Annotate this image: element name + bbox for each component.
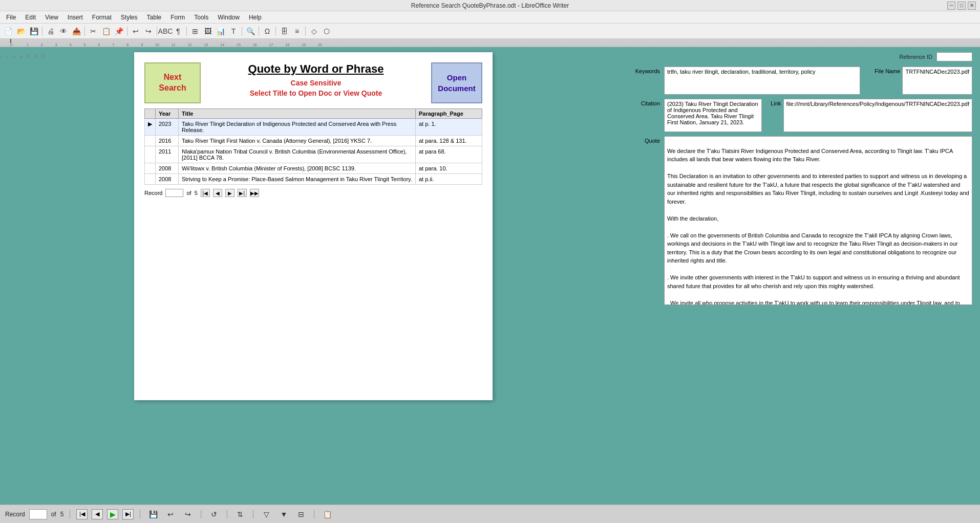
main-area: 123456789101112 Next Search Quote by Wor… [0,47,980,505]
status-play-btn[interactable]: ▶ [107,509,118,519]
status-filter-btn[interactable]: ▽ [260,509,273,520]
nav-prev-btn[interactable]: ◀ [213,189,222,197]
status-undo-btn[interactable]: ↩ [164,509,177,520]
menu-file[interactable]: File [2,13,20,22]
menu-help[interactable]: Help [245,13,266,22]
status-next-btn[interactable]: ▶| [122,509,134,519]
status-prev-btn[interactable]: ◀ [92,509,103,519]
preview-btn[interactable]: 👁 [57,26,70,37]
minimize-btn[interactable]: ─ [947,2,955,10]
export-btn[interactable]: 📤 [70,26,82,37]
row-paragraph: at p.ii. [416,174,482,185]
find-btn[interactable]: 🔍 [244,26,257,37]
menu-bar: File Edit View Insert Format Styles Tabl… [0,11,980,24]
status-refresh-btn[interactable]: ↺ [207,509,221,520]
table-row[interactable]: 2016 Taku River Tlingit First Nation v. … [145,136,482,146]
menu-format[interactable]: Format [88,13,116,22]
paste-btn[interactable]: 📌 [113,26,125,37]
row-title: Wii'litswx v. British Columbia (Minister… [179,163,416,174]
filename-field[interactable]: TRTFNINCADec2023.pdf [902,67,972,95]
basic-shapes-btn[interactable]: ⬡ [321,26,333,37]
quote-section: Quote We declare the T'aku Tlatsini Rive… [629,136,972,305]
row-arrow [145,174,156,185]
row-year: 2008 [156,174,179,185]
link-field[interactable]: file:///mnt/Library/References/Policy/In… [783,99,972,132]
filename-label: File Name [864,67,900,74]
textbox-btn[interactable]: T [227,26,240,37]
open-doc-line2: Document [438,84,475,93]
status-sort-btn[interactable]: ⇅ [233,509,247,520]
record-of-label: of [186,190,191,196]
open-btn[interactable]: 📂 [15,26,27,37]
close-btn[interactable]: ✕ [968,2,976,10]
chart-btn[interactable]: 📊 [215,26,227,37]
quote-field[interactable]: We declare the T'aku Tlatsini River Indi… [664,136,972,305]
open-document-button[interactable]: Open Document [431,62,482,103]
cut-btn[interactable]: ✂ [87,26,99,37]
menu-view[interactable]: View [41,13,62,22]
menu-form[interactable]: Form [166,13,189,22]
col-header-year: Year [156,109,179,119]
status-of-label: of [51,511,56,518]
header-area: Next Search Quote by Word or Phrase Case… [144,62,482,103]
menu-edit[interactable]: Edit [21,13,40,22]
keywords-field[interactable]: trtfn, taku river tlingit, declaration, … [664,67,860,95]
redo-btn[interactable]: ↪ [142,26,155,37]
next-search-line2: Search [159,83,186,92]
symbol-btn[interactable]: Ω [261,26,273,37]
status-record-label: Record [5,511,25,518]
menu-styles[interactable]: Styles [117,13,142,22]
citation-field[interactable]: (2023) Taku River Tlingit Declaration of… [664,99,762,132]
col-header-title: Title [179,109,416,119]
nav-first-btn[interactable]: |◀ [201,189,210,197]
row-arrow [145,136,156,146]
status-save-btn[interactable]: 💾 [146,509,160,520]
row-paragraph: at p. 1. [416,119,482,136]
next-search-button[interactable]: Next Search [144,62,201,103]
status-filter2-btn[interactable]: ▼ [277,509,290,520]
row-title: Striving to Keep a Promise: Place-Based … [179,174,416,185]
open-doc-line1: Open [447,73,466,82]
new-btn[interactable]: 📄 [2,26,14,37]
table-row[interactable]: 2008 Wii'litswx v. British Columbia (Min… [145,163,482,174]
nav-play-btn[interactable]: ▶ [225,189,235,197]
spell-btn[interactable]: ABC [159,26,172,37]
row-year: 2023 [156,119,179,136]
print-btn[interactable]: 🖨 [45,26,57,37]
status-first-btn[interactable]: |◀ [76,509,88,519]
table-btn[interactable]: ⊞ [189,26,201,37]
menu-window[interactable]: Window [214,13,244,22]
save-btn[interactable]: 💾 [28,26,40,37]
row-arrow [145,163,156,174]
copy-btn[interactable]: 📋 [100,26,112,37]
next-search-line1: Next [164,73,182,81]
maximize-btn[interactable]: □ [957,2,966,10]
reference-id-input[interactable]: 251 [936,52,972,61]
results-table: Year Title Paragraph_Page ▶ 2023 Taku Ri… [144,108,482,185]
image-btn[interactable]: 🖼 [202,26,214,37]
menu-table[interactable]: Table [143,13,166,22]
row-title: Nlaka'pamux Nation Tribal Council v. Bri… [179,146,416,163]
menu-tools[interactable]: Tools [190,13,212,22]
row-title: Taku River Tlingit Declaration of Indige… [179,119,416,136]
document-area: Next Search Quote by Word or Phrase Case… [10,47,622,505]
nav-last-btn[interactable]: ▶▶ [250,189,259,197]
record-current-input[interactable]: 1 [165,189,183,197]
nav-next-btn[interactable]: ▶| [238,189,247,197]
undo-btn[interactable]: ↩ [130,26,142,37]
data-source-btn[interactable]: 🗄 [278,26,290,37]
quote-label: Quote [629,136,660,144]
field-btn[interactable]: ≡ [291,26,303,37]
status-filter3-btn[interactable]: ⊟ [294,509,308,520]
format-marks-btn[interactable]: ¶ [172,26,184,37]
table-row[interactable]: 2008 Striving to Keep a Promise: Place-B… [145,174,482,185]
status-record-input[interactable]: 1 [29,509,47,519]
table-row[interactable]: 2011 Nlaka'pamux Nation Tribal Council v… [145,146,482,163]
case-sensitive-label: Case Sensitive [211,79,421,87]
row-year: 2011 [156,146,179,163]
status-import-btn[interactable]: 📋 [321,509,334,520]
table-row[interactable]: ▶ 2023 Taku River Tlingit Declaration of… [145,119,482,136]
menu-insert[interactable]: Insert [63,13,87,22]
draw-btn[interactable]: ◇ [308,26,320,37]
status-redo-btn[interactable]: ↪ [181,509,195,520]
